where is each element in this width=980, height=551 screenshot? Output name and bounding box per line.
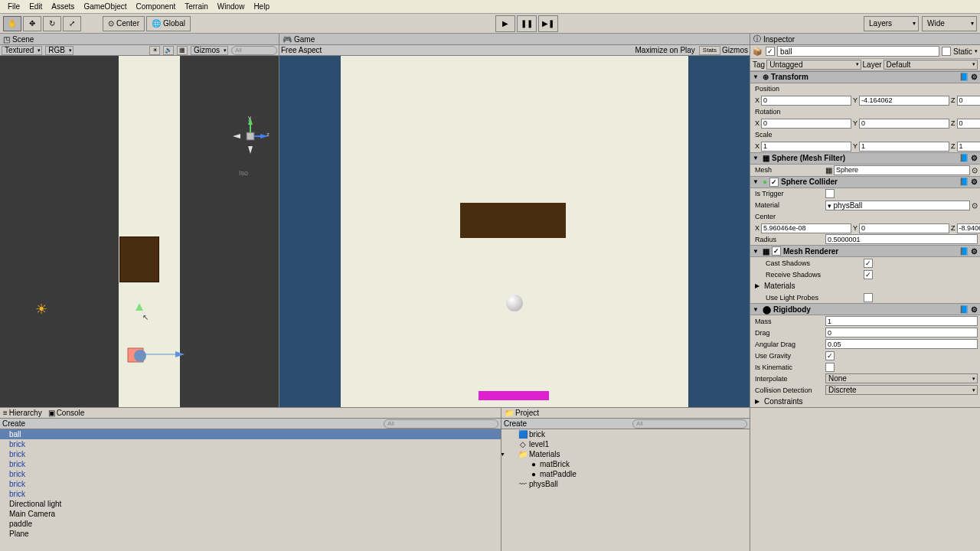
play-button[interactable]: ▶ (495, 15, 515, 32)
orientation-gizmo[interactable]: y z (231, 116, 270, 155)
menu-file[interactable]: File (3, 1, 24, 12)
hierarchy-tab[interactable]: ≡Hierarchy (3, 409, 42, 417)
hierarchy-item[interactable]: brick (0, 479, 501, 489)
center-x-input[interactable] (761, 223, 851, 233)
layers-dropdown[interactable]: Layers (864, 16, 919, 31)
help-icon[interactable]: 📘 (959, 154, 969, 162)
center-y-input[interactable] (859, 223, 949, 233)
menu-assets[interactable]: Assets (47, 1, 79, 12)
static-dropdown-icon[interactable]: ▾ (975, 48, 978, 54)
project-item[interactable]: ▼📁Materials (501, 449, 750, 459)
scene-fx-toggle[interactable]: ▦ (177, 46, 188, 55)
rotation-y-input[interactable] (859, 119, 949, 129)
is-kinematic-checkbox[interactable] (825, 363, 835, 372)
radius-input[interactable] (825, 234, 978, 244)
hierarchy-item[interactable]: brick (0, 469, 501, 479)
light-gizmo-icon[interactable]: ☀ (35, 301, 47, 318)
game-gizmos-dropdown[interactable]: Gizmos (722, 46, 748, 55)
center-z-input[interactable] (957, 223, 980, 233)
gear-icon[interactable]: ⚙ (971, 73, 978, 81)
tag-dropdown[interactable]: Untagged (766, 60, 861, 70)
scene-audio-toggle[interactable]: 🔊 (163, 46, 174, 55)
hierarchy-item[interactable]: Plane (0, 529, 501, 539)
space-toggle[interactable]: 🌐Global (146, 16, 191, 31)
scene-search[interactable]: All (231, 46, 277, 55)
sphere-collider-header[interactable]: ▼ ● ✓ Sphere Collider 📘 ⚙ (750, 176, 980, 188)
scale-z-input[interactable] (957, 142, 980, 152)
cast-shadows-checkbox[interactable]: ✓ (864, 259, 873, 268)
angular-drag-input[interactable] (825, 339, 978, 349)
position-y-input[interactable] (859, 96, 949, 106)
help-icon[interactable]: 📘 (959, 247, 969, 256)
hierarchy-item[interactable]: ball (0, 429, 501, 439)
position-x-input[interactable] (761, 96, 851, 106)
rotation-z-input[interactable] (957, 119, 980, 129)
hierarchy-item[interactable]: brick (0, 449, 501, 459)
gameobject-name-input[interactable] (777, 46, 939, 57)
project-item[interactable]: ●matBrick (501, 459, 750, 469)
rotation-x-input[interactable] (761, 119, 851, 129)
inspector-tab[interactable]: ⓘInspector (750, 34, 980, 45)
menu-help[interactable]: Help (249, 1, 274, 12)
menu-edit[interactable]: Edit (24, 1, 47, 12)
use-gravity-checkbox[interactable]: ✓ (825, 351, 835, 360)
hierarchy-item[interactable]: Main Camera (0, 509, 501, 519)
move-gizmo-y[interactable] (136, 303, 143, 314)
render-dropdown[interactable]: RGB (45, 46, 74, 55)
hierarchy-item[interactable]: Directional light (0, 499, 501, 509)
menu-window[interactable]: Window (213, 1, 250, 12)
rotate-tool-button[interactable]: ↻ (43, 16, 61, 31)
layout-dropdown[interactable]: Wide (922, 16, 977, 31)
object-picker-icon[interactable]: ⊙ (972, 166, 978, 174)
console-tab[interactable]: ▣Console (48, 409, 85, 417)
project-tab[interactable]: 📁Project (505, 409, 539, 417)
help-icon[interactable]: 📘 (959, 73, 969, 81)
scene-viewport[interactable]: y z Iso ☀ ↖ (0, 56, 279, 407)
menu-gameobject[interactable]: GameObject (79, 1, 131, 12)
help-icon[interactable]: 📘 (959, 305, 969, 314)
mass-input[interactable] (825, 316, 978, 326)
scale-y-input[interactable] (859, 142, 949, 152)
scale-x-input[interactable] (761, 142, 851, 152)
scale-tool-button[interactable]: ⤢ (63, 16, 81, 31)
hierarchy-item[interactable]: paddle (0, 519, 501, 529)
position-z-input[interactable] (957, 96, 980, 106)
help-icon[interactable]: 📘 (959, 178, 969, 186)
gameobject-active-checkbox[interactable]: ✓ (766, 47, 775, 56)
use-light-probes-checkbox[interactable] (864, 293, 873, 302)
hierarchy-create-dropdown[interactable]: Create (2, 419, 25, 428)
menu-component[interactable]: Component (132, 1, 181, 12)
physics-material-field[interactable]: ▾ physBall (825, 201, 970, 210)
collision-detection-dropdown[interactable]: Discrete (825, 385, 978, 395)
drag-input[interactable] (825, 328, 978, 337)
foldout-icon[interactable]: ▶ (755, 282, 763, 289)
game-tab[interactable]: 🎮Game (279, 34, 750, 45)
mesh-filter-header[interactable]: ▼ ▦ Sphere (Mesh Filter) 📘 ⚙ (750, 152, 980, 165)
project-search[interactable]: All (632, 419, 747, 429)
aspect-dropdown[interactable]: Free Aspect (281, 46, 322, 54)
is-trigger-checkbox[interactable] (825, 189, 835, 198)
gear-icon[interactable]: ⚙ (971, 247, 978, 256)
static-checkbox[interactable] (942, 47, 951, 56)
scene-ball-object[interactable] (126, 345, 146, 365)
project-item[interactable]: ◇level1 (501, 439, 750, 449)
gizmos-dropdown[interactable]: Gizmos (191, 46, 228, 55)
step-button[interactable]: ▶❚ (538, 15, 558, 32)
menu-terrain[interactable]: Terrain (180, 1, 213, 12)
object-picker-icon[interactable]: ⊙ (972, 201, 978, 210)
layer-dropdown[interactable]: Default (884, 60, 978, 70)
gear-icon[interactable]: ⚙ (971, 305, 978, 314)
foldout-icon[interactable]: ▶ (755, 398, 763, 405)
hierarchy-search[interactable]: All (384, 419, 498, 429)
gear-icon[interactable]: ⚙ (971, 178, 978, 186)
hierarchy-item[interactable]: brick (0, 459, 501, 469)
hierarchy-item[interactable]: brick (0, 489, 501, 499)
project-item[interactable]: 〰physBall (501, 479, 750, 489)
shading-dropdown[interactable]: Textured (2, 46, 42, 55)
interpolate-dropdown[interactable]: None (825, 373, 978, 383)
gear-icon[interactable]: ⚙ (971, 154, 978, 162)
pivot-toggle[interactable]: ⊙Center (103, 16, 145, 31)
scene-tab[interactable]: ◳Scene (0, 34, 279, 45)
stats-button[interactable]: Stats (699, 46, 720, 55)
mesh-field[interactable]: Sphere (834, 165, 970, 175)
